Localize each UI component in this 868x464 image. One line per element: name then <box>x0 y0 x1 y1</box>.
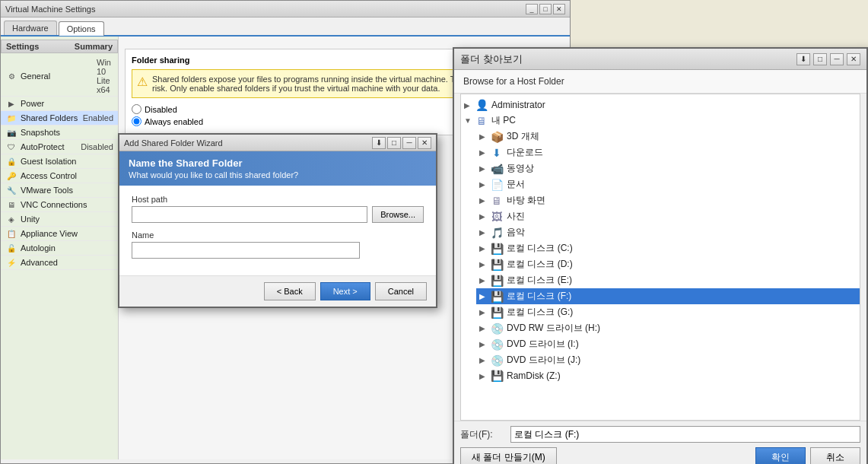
advanced-label: Advanced <box>21 258 58 267</box>
tree-item-administrator[interactable]: ▶ 👤 Administrator <box>461 97 860 113</box>
sidebar-item-general[interactable]: ⚙ General Win 10 Lite x64 <box>1 56 118 97</box>
tree-item-dvd-h[interactable]: ▶ 💿 DVD RW 드라이브 (H:) <box>476 320 860 336</box>
wizard-restore-button[interactable]: □ <box>387 137 401 149</box>
tree-item-music[interactable]: ▶ 🎵 음악 <box>476 224 860 240</box>
browse-button[interactable]: Browse... <box>372 206 424 223</box>
sidebar-item-autoprotect[interactable]: 🛡 AutoProtect Disabled <box>1 140 118 154</box>
music-icon: 🎵 <box>490 227 504 239</box>
sidebar-item-snapshots[interactable]: 📷 Snapshots <box>1 126 118 140</box>
dvd-j-label: DVD 드라이브 (J:) <box>507 354 580 367</box>
browse-dialog: 폴더 찾아보기 ⬇ □ ─ ✕ Browse for a Host Folder… <box>453 47 868 464</box>
always-enabled-radio[interactable] <box>132 116 141 126</box>
vmware-tools-icon: 🔧 <box>5 185 17 195</box>
wizard-step-title: Name the Shared Folder <box>129 157 427 169</box>
minimize-button[interactable]: _ <box>526 4 538 14</box>
snapshots-label: Snapshots <box>21 128 60 137</box>
browse-footer-right: 확인 취소 <box>755 447 860 464</box>
maximize-button[interactable]: □ <box>539 4 552 14</box>
vmware-tools-label: VMware Tools <box>21 186 73 195</box>
autoprotect-icon: 🛡 <box>5 141 17 152</box>
dvd-j-icon: 💿 <box>490 354 504 367</box>
confirm-button[interactable]: 확인 <box>755 447 806 464</box>
folder-path-input[interactable] <box>510 426 860 443</box>
browse-footer-buttons: 새 폴더 만들기(M) 확인 취소 <box>460 447 860 464</box>
back-button[interactable]: < Back <box>264 282 316 300</box>
tree-item-mypc[interactable]: ▼ 🖥 내 PC <box>461 113 860 129</box>
tree-item-3d[interactable]: ▶ 📦 3D 개체 <box>476 129 860 145</box>
tree-arrow-dvd-h: ▶ <box>479 324 490 332</box>
name-group: Name <box>132 230 424 259</box>
browse-minimize-button[interactable]: ─ <box>830 53 844 65</box>
cancel-button[interactable]: Cancel <box>375 282 427 300</box>
wizard-minimize-button[interactable]: ─ <box>402 137 416 149</box>
browse-tree[interactable]: ▶ 👤 Administrator ▼ 🖥 내 PC ▶ 📦 3D 개체 ▶ ⬇… <box>460 94 860 421</box>
shared-folders-value: Enabled <box>83 113 113 122</box>
tree-item-downloads[interactable]: ▶ ⬇ 다운로드 <box>476 145 860 160</box>
sidebar-item-autologin[interactable]: 🔓 Autologin <box>1 241 118 256</box>
tree-item-dvd-i[interactable]: ▶ 💿 DVD 드라이브 (I:) <box>476 336 860 352</box>
sidebar-item-access-control[interactable]: 🔑 Access Control <box>1 169 118 183</box>
wizard-close-button[interactable]: ✕ <box>418 137 431 149</box>
unity-icon: ◈ <box>5 214 17 224</box>
sidebar-item-advanced[interactable]: ⚡ Advanced <box>1 256 118 270</box>
tree-item-disk-c[interactable]: ▶ 💾 로컬 디스크 (C:) <box>476 240 860 256</box>
name-label: Name <box>132 230 424 240</box>
desktop-label: 바탕 화면 <box>507 194 545 207</box>
sidebar: Settings Summary ⚙ General Win 10 Lite x… <box>1 37 119 459</box>
tree-item-dvd-j[interactable]: ▶ 💿 DVD 드라이브 (J:) <box>476 352 860 368</box>
tree-arrow-dvd-i: ▶ <box>479 340 490 348</box>
sidebar-item-guest-isolation[interactable]: 🔒 Guest Isolation <box>1 154 118 169</box>
sidebar-item-vnc-connections[interactable]: 🖥 VNC Connections <box>1 198 118 212</box>
disabled-radio[interactable] <box>132 104 141 114</box>
sidebar-item-vmware-tools[interactable]: 🔧 VMware Tools <box>1 183 118 198</box>
tree-arrow-disk-f: ▶ <box>479 292 490 300</box>
dvd-h-icon: 💿 <box>490 323 504 335</box>
host-path-input[interactable] <box>132 206 367 223</box>
tab-options[interactable]: Options <box>59 21 104 36</box>
autologin-icon: 🔓 <box>5 243 17 253</box>
browse-close-button[interactable]: ✕ <box>847 53 860 65</box>
tree-arrow-ramdisk: ▶ <box>479 372 490 380</box>
name-row <box>132 242 424 259</box>
sidebar-item-unity[interactable]: ◈ Unity <box>1 212 118 227</box>
tree-arrow-pictures: ▶ <box>479 212 490 221</box>
vm-window-title: Virtual Machine Settings <box>5 5 526 14</box>
tree-item-disk-f[interactable]: ▶ 💾 로컬 디스크 (F:) <box>476 288 860 304</box>
3d-icon: 📦 <box>490 131 504 143</box>
administrator-label: Administrator <box>491 100 545 110</box>
settings-col-label: Settings <box>6 42 75 51</box>
sidebar-item-power[interactable]: ▶ Power <box>1 97 118 111</box>
tree-item-videos[interactable]: ▶ 📹 동영상 <box>476 160 860 176</box>
administrator-icon: 👤 <box>475 99 488 111</box>
sidebar-item-shared-folders[interactable]: 📁 Shared Folders Enabled <box>1 111 118 126</box>
tree-item-desktop[interactable]: ▶ 🖥 바탕 화면 <box>476 192 860 208</box>
access-control-label: Access Control <box>21 171 77 180</box>
browse-dialog-title: 폴더 찾아보기 <box>460 52 796 66</box>
wizard-controls: ⬇ □ ─ ✕ <box>372 137 431 149</box>
browse-title-controls: ⬇ □ ─ ✕ <box>796 53 860 65</box>
disk-f-icon: 💾 <box>490 291 504 303</box>
dvd-i-label: DVD 드라이브 (I:) <box>507 338 579 351</box>
tree-item-ramdisk[interactable]: ▶ 💾 RamDisk (Z:) <box>476 368 860 383</box>
tree-arrow-music: ▶ <box>479 228 490 237</box>
tree-item-disk-g[interactable]: ▶ 💾 로컬 디스크 (G:) <box>476 304 860 320</box>
tree-item-documents[interactable]: ▶ 📄 문서 <box>476 176 860 192</box>
browse-pin-button[interactable]: ⬇ <box>796 53 810 65</box>
browse-restore-button[interactable]: □ <box>813 53 827 65</box>
tree-item-pictures[interactable]: ▶ 🖼 사진 <box>476 208 860 224</box>
sidebar-item-appliance-view[interactable]: 📋 Appliance View <box>1 227 118 241</box>
close-button[interactable]: ✕ <box>553 4 565 14</box>
tab-hardware[interactable]: Hardware <box>4 21 57 35</box>
tree-item-disk-e[interactable]: ▶ 💾 로컬 디스크 (E:) <box>476 272 860 288</box>
tree-item-disk-d[interactable]: ▶ 💾 로컬 디스크 (D:) <box>476 256 860 272</box>
wizard-step-subtitle: What would you like to call this shared … <box>129 170 427 180</box>
tree-arrow-documents: ▶ <box>479 180 490 189</box>
new-folder-button[interactable]: 새 폴더 만들기(M) <box>460 447 557 464</box>
wizard-pin-button[interactable]: ⬇ <box>372 137 386 149</box>
ramdisk-icon: 💾 <box>490 370 504 382</box>
next-button[interactable]: Next > <box>320 282 370 300</box>
name-input[interactable] <box>132 242 360 259</box>
dvd-h-label: DVD RW 드라이브 (H:) <box>507 322 600 335</box>
advanced-icon: ⚡ <box>5 257 17 268</box>
cancel-folder-button[interactable]: 취소 <box>810 447 860 464</box>
